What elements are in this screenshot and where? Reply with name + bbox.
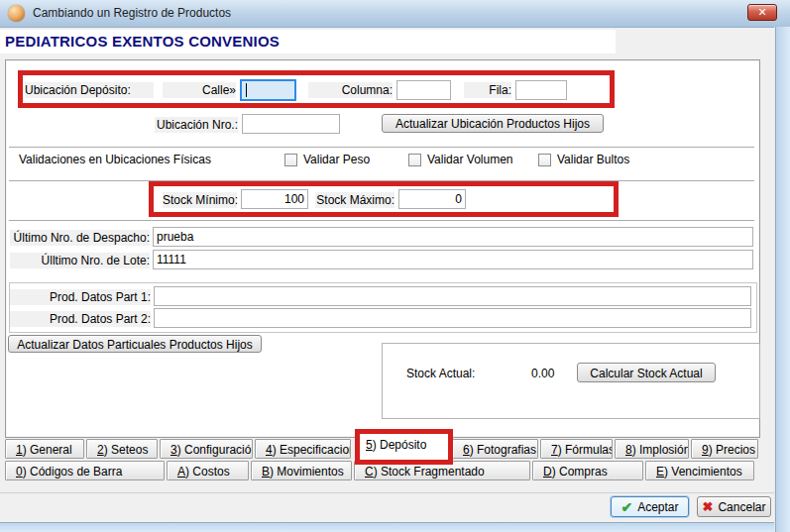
app-icon [8,5,25,22]
prod-datos-part2-input[interactable] [154,308,751,328]
tab-0-codigos-de-barra[interactable]: 0) Códigos de Barra [5,461,165,480]
stock-maximo-input[interactable] [398,189,466,209]
checkbox-label: Validar Bultos [557,153,629,166]
ultimo-lote-input[interactable] [153,250,753,269]
cancelar-button[interactable]: ✖ Cancelar [697,496,771,517]
tab-4-especificaciones[interactable]: 4) Especificaciones [255,439,351,459]
tab-9-precios[interactable]: 9) Precios [691,439,758,459]
columna-label: Columna: [308,82,393,98]
columna-input[interactable] [396,80,451,100]
stock-actual-value: 0.00 [531,366,554,381]
actualizar-ubicacion-hijos-button[interactable]: Actualizar Ubicación Productos Hijos [382,114,604,133]
tab-e-vencimientos[interactable]: E) Vencimientos [645,461,754,480]
actualizar-datos-particulares-button[interactable]: Actualizar Datos Particuales Productos H… [8,335,262,353]
checkbox-validar-volumen[interactable]: Validar Volumen [408,152,513,167]
validation-checkbox-group: Validar PesoValidar VolumenValidar Bulto… [6,152,759,167]
ubicacion-nro-input[interactable] [242,114,340,134]
calcular-stock-actual-button[interactable]: Calcular Stock Actual [577,363,716,382]
stock-actual-group-box: Stock Actual: 0.00 Calcular Stock Actual [382,343,760,419]
tab-1-general[interactable]: 1) General [5,439,84,459]
tab-8-implosion[interactable]: 8) Implosión [615,439,689,459]
checkbox-box[interactable] [408,154,421,166]
title-bar: Cambiando un Registro de Productos ✕ [0,0,790,28]
cancelar-label: Cancelar [718,500,765,514]
stock-minimo-label: Stock Mínimo: [163,192,237,208]
close-button[interactable]: ✕ [747,4,777,21]
tab-6-fotografias[interactable]: 6) Fotografias [452,439,538,459]
record-header: PEDIATRICOS EXENTOS CONVENIOS [0,30,616,53]
divider [9,180,754,181]
check-icon: ✔ [621,500,632,514]
tab-d-compras[interactable]: D) Compras [532,461,643,480]
window-title: Cambiando un Registro de Productos [33,0,231,27]
footer-divider [0,492,774,493]
checkbox-validar-peso[interactable]: Validar Peso [284,152,370,167]
prod-datos-part1-input[interactable] [154,286,751,306]
ultimo-despacho-input[interactable] [153,227,753,247]
stock-maximo-label: Stock Máximo: [315,192,395,208]
stock-minimo-input[interactable] [241,189,308,209]
ubicacion-nro-label: Ubicación Nro.: [155,117,238,133]
selected-tab-label: 5) Depósito [360,434,448,457]
checkbox-label: Validar Peso [303,153,370,166]
checkbox-label: Validar Volumen [427,153,513,166]
tab-7-formulas[interactable]: 7) Fórmulas [540,439,613,459]
tab-a-costos[interactable]: A) Costos [167,461,249,480]
datos-particulares-group-box: Prod. Datos Part 1: Prod. Datos Part 2: [9,282,757,333]
fila-input[interactable] [515,80,567,100]
tab-2-seteos[interactable]: 2) Seteos [86,439,158,459]
checkbox-box[interactable] [538,154,551,166]
calle-label: Calle» [163,82,236,98]
stock-actual-label: Stock Actual: [406,366,515,381]
ultimo-lote-label: Úlltimo Nro. de Lote: [10,253,150,268]
main-group-box: Ubicación Depósito: Calle» Columna: Fila… [5,59,760,438]
tab-3-configuracion[interactable]: 3) Configuración [160,439,253,459]
divider [9,220,754,221]
checkbox-validar-bultos[interactable]: Validar Bultos [538,152,629,167]
text-caret [246,83,247,97]
aceptar-label: Aceptar [637,500,678,514]
calle-input[interactable] [240,79,296,101]
checkbox-box[interactable] [284,154,297,166]
ultimo-despacho-label: Último Nro. de Despacho: [10,230,150,246]
fila-label: Fila: [464,82,511,98]
window-frame-bottom [0,522,774,532]
window-frame-right [774,27,790,532]
prod-datos-part2-label: Prod. Datos Part 2: [10,311,151,327]
divider [9,147,754,148]
ubicacion-deposito-label: Ubicación Depósito: [25,82,154,98]
x-icon: ✖ [703,500,714,513]
record-title: PEDIATRICOS EXENTOS CONVENIOS [0,30,616,53]
prod-datos-part1-label: Prod. Datos Part 1: [10,289,151,305]
highlight-box-tab-deposito[interactable]: 5) Depósito [355,429,453,465]
aceptar-button[interactable]: ✔ Aceptar [611,496,689,517]
tab-b-movimientos[interactable]: B) Movimientos [251,461,352,480]
